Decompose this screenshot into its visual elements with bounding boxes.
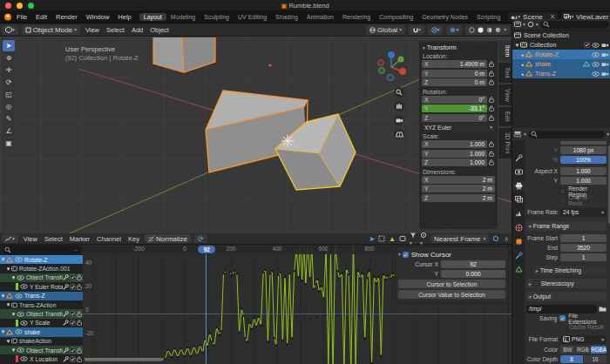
topbar-menu-window[interactable]: Window <box>82 13 114 21</box>
transform-dimensions-z-field[interactable]: Z2 m <box>422 194 495 202</box>
blender-logo-icon[interactable] <box>3 13 12 21</box>
depth-16-option[interactable]: 16 <box>584 355 607 363</box>
cursor-to-selection-button[interactable]: Cursor to Selection <box>398 280 505 288</box>
frame-end-field[interactable]: 3520 <box>560 244 607 252</box>
workspace-tab-shading[interactable]: Shading <box>271 13 302 21</box>
workspace-tab-geometry-nodes[interactable]: Geometry Nodes <box>417 13 472 21</box>
rotate-tool[interactable]: ⟳ <box>3 77 15 88</box>
rotation-mode-dropdown[interactable]: XYZ Euler▾ <box>422 123 495 131</box>
transform-dimensions-y-field[interactable]: Y2 m <box>422 185 495 192</box>
box-select-icon[interactable] <box>376 235 387 242</box>
select-tool-icon[interactable]: ➤ <box>367 235 376 243</box>
filter-icon[interactable]: ▾ <box>408 232 418 246</box>
channel-rotate-z[interactable]: ▼Rotate-Z <box>0 255 83 264</box>
graph-menu-key[interactable]: Key <box>125 235 143 243</box>
resolution-x-field-partial[interactable] <box>560 141 607 145</box>
file-format-dropdown[interactable]: PNG▾ <box>560 335 607 344</box>
ghost-curves-icon[interactable] <box>397 235 408 242</box>
overlays-toggle[interactable]: ▾ <box>446 25 462 35</box>
graph-menu-channel[interactable]: Channel <box>93 235 125 243</box>
tool-tab[interactable] <box>513 152 525 163</box>
graph-menu-marker[interactable]: Marker <box>66 235 93 243</box>
modifiers-tab[interactable] <box>513 250 525 260</box>
transform-rotation-x-field[interactable]: X0° <box>422 96 487 104</box>
topbar-menu-help[interactable]: Help <box>113 13 135 21</box>
filter-expand-icon[interactable]: ↔ <box>73 247 78 253</box>
graph-canvas[interactable]: 40200-20 -2000200400600800 92 ▾ ✓ Show C… <box>83 245 512 364</box>
transform-scale-z-field[interactable]: Z1.000 <box>422 158 487 166</box>
scene-tab[interactable] <box>513 208 525 219</box>
rendered-shading-icon[interactable] <box>495 27 501 33</box>
current-frame-badge[interactable]: 92 <box>198 246 215 253</box>
channel-trans-zaction[interactable]: ▼Trans-ZAction <box>0 300 83 309</box>
cursor-x-field[interactable]: 92 <box>441 260 505 268</box>
channel-trans-z[interactable]: ▼Trans-Z <box>0 292 83 300</box>
cursor-tool[interactable]: ⊕ <box>3 52 15 64</box>
transform-location-x-field[interactable]: X1.4909 m <box>422 60 487 68</box>
add-cube-tool[interactable]: ▣ <box>3 138 15 149</box>
frame-step-field[interactable]: 1 <box>560 253 607 261</box>
select-tool[interactable]: ➤ <box>3 40 15 51</box>
channel-y-scale[interactable]: Y Scale <box>0 319 83 327</box>
workspace-tab-modeling[interactable]: Modeling <box>166 13 200 21</box>
cache-result-checkbox[interactable] <box>560 324 566 330</box>
viewport-menu-object[interactable]: Object <box>146 26 173 34</box>
output-section-header[interactable]: ▾Output <box>526 292 607 301</box>
snap-toggle[interactable]: ▾ <box>409 25 424 35</box>
lock-icon[interactable] <box>487 151 495 157</box>
depth-8-option[interactable]: 8 <box>560 355 583 363</box>
sidebar-tab-3d-print[interactable]: 3D Print <box>498 128 512 158</box>
render-region-checkbox[interactable] <box>559 188 566 194</box>
channel-y-euler-rotation[interactable]: Y Euler Rotation <box>0 282 83 291</box>
perspective-toggle-icon[interactable] <box>394 129 404 139</box>
color-rgba-option[interactable]: RGBA <box>591 346 607 354</box>
object-cube-trans-z[interactable] <box>153 37 215 72</box>
sidebar-tab-edit[interactable]: Edit <box>498 107 512 126</box>
annotate-tool[interactable]: ✎ <box>3 113 15 125</box>
viewport-menu-select[interactable]: Select <box>103 26 128 34</box>
output-tab[interactable] <box>513 180 525 191</box>
file-extensions-checkbox[interactable]: ✓ <box>559 315 566 321</box>
mode-selector[interactable]: Object Mode▾ <box>22 25 80 35</box>
sidebar-tab-tool[interactable]: Tool <box>498 63 512 82</box>
topbar-menu-render[interactable]: Render <box>51 13 82 21</box>
stereoscopy-section-header[interactable]: ▸Stereoscopy <box>526 279 607 288</box>
editor-type-selector[interactable]: ▾ <box>2 25 18 35</box>
aspect-x-field[interactable]: 1.000 <box>560 167 607 175</box>
viewport-menu-add[interactable]: Add <box>128 26 146 34</box>
outliner-row-collection[interactable]: ▼Collection <box>512 40 610 50</box>
outliner-row-shake[interactable]: ●shake <box>512 59 610 69</box>
world-tab[interactable] <box>513 222 525 233</box>
show-cursor-checkbox[interactable]: ✓ <box>403 252 409 258</box>
resolution-y-field[interactable]: 1080 px <box>560 146 607 154</box>
transform-location-y-field[interactable]: Y0 m <box>422 70 487 78</box>
transform-panel-header[interactable]: ▾Transform <box>423 44 495 51</box>
sidebar-tab-item[interactable]: Item <box>498 41 512 61</box>
transform-dimensions-x-field[interactable]: X2 m <box>422 176 495 184</box>
frame-rate-dropdown[interactable]: 24 fps▾ <box>560 208 607 217</box>
lock-icon[interactable] <box>487 159 495 165</box>
fcurve-line[interactable] <box>83 245 396 364</box>
viewport-canvas[interactable]: User Perspective (92) Collection | Rotat… <box>0 37 512 233</box>
channel-rotate-zaction-001[interactable]: ▼Rotate-ZAction.001 <box>0 264 83 273</box>
outliner-search-input[interactable] <box>540 21 609 29</box>
outliner-row-scene-collection[interactable]: Scene Collection <box>512 30 610 40</box>
transform-orientation-selector[interactable]: Global▾ <box>366 25 405 35</box>
frame-start-field[interactable]: 1 <box>560 234 607 242</box>
sidebar-tab-view[interactable]: View <box>498 84 512 106</box>
transform-location-z-field[interactable]: Z0 m <box>422 78 487 86</box>
transform-rotation-y-field[interactable]: Y-33.1° <box>422 104 487 112</box>
transform-scale-x-field[interactable]: X1.000 <box>422 140 487 148</box>
wireframe-shading-icon[interactable] <box>469 27 475 33</box>
viewport-menu-view[interactable]: View <box>82 26 103 34</box>
camera-view-icon[interactable] <box>394 115 404 125</box>
workspace-tab-animation[interactable]: Animation <box>302 13 338 21</box>
pan-hand-icon[interactable] <box>394 101 404 111</box>
aspect-y-field[interactable]: 1.000 <box>560 177 607 185</box>
frame-range-section-header[interactable]: ▾Frame Range <box>526 221 607 231</box>
color-rgb-option[interactable]: RGB <box>576 346 591 354</box>
lock-icon[interactable] <box>487 61 495 67</box>
channel-object-transfor[interactable]: ▼Object Transfor <box>0 273 83 282</box>
view-layer-tab[interactable] <box>513 194 525 205</box>
graph-menu-select[interactable]: Select <box>41 235 66 243</box>
